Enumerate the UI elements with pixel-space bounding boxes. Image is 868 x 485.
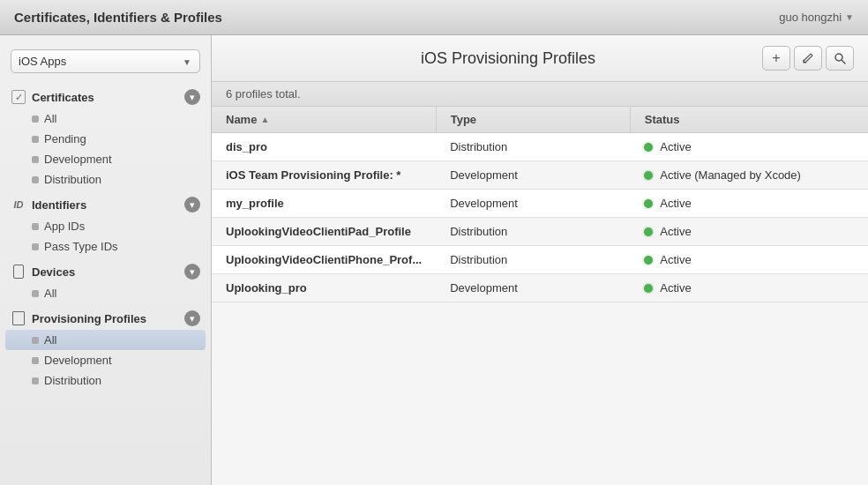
edit-profile-button[interactable] <box>794 46 822 71</box>
devices-collapse-btn[interactable]: ▾ <box>184 264 200 280</box>
status-active-icon <box>644 171 653 180</box>
devices-section: Devices ▾ All <box>0 258 211 303</box>
pp-dev-label: Development <box>44 354 112 367</box>
svg-line-1 <box>842 61 846 64</box>
cert-pending-dot-icon <box>32 136 39 143</box>
column-header-type[interactable]: Type <box>436 107 630 133</box>
cert-dev-dot-icon <box>32 156 39 163</box>
certificates-section: ✓ Certificates ▾ All Pending Development… <box>0 84 211 190</box>
status-text: Active (Managed by Xcode) <box>660 168 801 182</box>
status-text: Active <box>660 281 691 295</box>
add-profile-button[interactable]: + <box>762 46 790 71</box>
sidebar-item-pp-all[interactable]: All <box>5 330 206 350</box>
provisioning-profiles-icon <box>11 310 26 326</box>
device-all-dot-icon <box>32 290 39 297</box>
cell-type: Development <box>436 274 630 302</box>
status-active-icon <box>644 143 653 152</box>
identifiers-collapse-btn[interactable]: ▾ <box>184 197 200 213</box>
sidebar-item-cert-distribution[interactable]: Distribution <box>0 169 211 190</box>
profiles-data-table: Name ▲ Type Status dis_proDistributionA <box>212 107 868 302</box>
identifiers-section: ID Identifiers ▾ App IDs Pass Type IDs <box>0 191 211 257</box>
table-row[interactable]: UplookingVideoClientiPad_ProfileDistribu… <box>212 218 868 246</box>
cell-type: Development <box>436 190 630 218</box>
table-row[interactable]: iOS Team Provisioning Profile: *Developm… <box>212 161 868 190</box>
svg-point-0 <box>835 54 842 61</box>
certificates-collapse-btn[interactable]: ▾ <box>184 89 200 105</box>
content-area: iOS Provisioning Profiles + 6 profiles t… <box>212 35 868 485</box>
status-text: Active <box>660 225 691 238</box>
edit-icon <box>802 52 814 64</box>
user-menu[interactable]: guo hongzhi ▼ <box>779 11 854 24</box>
cert-all-dot-icon <box>32 116 39 123</box>
sidebar-item-pp-distribution[interactable]: Distribution <box>0 370 211 391</box>
column-type-label: Type <box>451 113 476 126</box>
status-active-icon <box>644 199 653 208</box>
sidebar-item-cert-pending[interactable]: Pending <box>0 129 211 149</box>
column-status-label: Status <box>645 113 680 126</box>
sidebar-item-cert-all[interactable]: All <box>0 108 211 129</box>
cell-status: Active <box>630 190 868 218</box>
identifiers-icon: ID <box>11 197 26 213</box>
provisioning-profiles-collapse-btn[interactable]: ▾ <box>184 310 200 326</box>
sidebar-item-appids[interactable]: App IDs <box>0 216 211 236</box>
cell-name: my_profile <box>212 190 436 218</box>
certificates-label: Certificates <box>32 91 179 104</box>
top-bar: Certificates, Identifiers & Profiles guo… <box>0 0 868 35</box>
provisioning-profiles-section: Provisioning Profiles ▾ All Development … <box>0 305 211 391</box>
status-active-icon <box>644 256 653 265</box>
content-header: iOS Provisioning Profiles + <box>212 35 868 82</box>
cell-name: UplookingVideoClientiPad_Profile <box>212 218 436 246</box>
devices-section-header: Devices ▾ <box>0 258 211 283</box>
platform-dropdown-wrapper[interactable]: iOS Apps Mac Apps tvOS Apps <box>11 49 200 73</box>
identifiers-section-header: ID Identifiers ▾ <box>0 191 211 216</box>
column-header-name[interactable]: Name ▲ <box>212 107 436 133</box>
search-button[interactable] <box>826 46 854 71</box>
appids-dot-icon <box>32 223 39 230</box>
sort-ascending-icon: ▲ <box>260 115 269 124</box>
user-chevron-icon: ▼ <box>845 12 854 22</box>
table-row[interactable]: my_profileDevelopmentActive <box>212 190 868 218</box>
cell-name: Uplooking_pro <box>212 274 436 302</box>
devices-label: Devices <box>32 265 179 279</box>
pp-all-label: All <box>44 333 56 347</box>
cert-pending-label: Pending <box>44 132 86 146</box>
cell-type: Development <box>436 161 630 190</box>
profiles-table: Name ▲ Type Status dis_proDistributionA <box>212 107 868 485</box>
sidebar-item-device-all[interactable]: All <box>0 283 211 303</box>
pp-dist-dot-icon <box>32 377 39 384</box>
cert-dist-label: Distribution <box>44 173 101 186</box>
provisioning-profiles-section-header: Provisioning Profiles ▾ <box>0 305 211 330</box>
cert-all-label: All <box>44 112 56 125</box>
cell-status: Active <box>630 133 868 161</box>
pp-dev-dot-icon <box>32 357 39 364</box>
pp-dist-label: Distribution <box>44 374 101 387</box>
status-active-icon <box>644 284 653 293</box>
cell-name: iOS Team Provisioning Profile: * <box>212 161 436 190</box>
cell-type: Distribution <box>436 246 630 274</box>
cell-type: Distribution <box>436 133 630 161</box>
table-row[interactable]: Uplooking_proDevelopmentActive <box>212 274 868 302</box>
status-text: Active <box>660 253 691 266</box>
sidebar-item-cert-development[interactable]: Development <box>0 149 211 169</box>
cell-name: UplookingVideoClientiPhone_Prof... <box>212 246 436 274</box>
passtypeids-dot-icon <box>32 243 39 250</box>
device-all-label: All <box>44 287 56 300</box>
cell-type: Distribution <box>436 218 630 246</box>
cell-name: dis_pro <box>212 133 436 161</box>
sidebar-item-pp-development[interactable]: Development <box>0 350 211 370</box>
content-subheader: 6 profiles total. <box>212 82 868 107</box>
content-title: iOS Provisioning Profiles <box>254 49 762 68</box>
profiles-total-label: 6 profiles total. <box>226 87 301 101</box>
content-actions: + <box>762 46 854 71</box>
table-row[interactable]: dis_proDistributionActive <box>212 133 868 161</box>
certificates-section-header: ✓ Certificates ▾ <box>0 84 211 108</box>
table-row[interactable]: UplookingVideoClientiPhone_Prof...Distri… <box>212 246 868 274</box>
column-header-status[interactable]: Status <box>630 107 868 133</box>
search-icon <box>834 52 846 64</box>
status-text: Active <box>660 140 691 153</box>
platform-dropdown[interactable]: iOS Apps Mac Apps tvOS Apps <box>11 49 200 73</box>
sidebar-item-passtypeids[interactable]: Pass Type IDs <box>0 236 211 257</box>
devices-icon <box>11 264 26 280</box>
passtypeids-label: Pass Type IDs <box>44 240 118 253</box>
app-title: Certificates, Identifiers & Profiles <box>14 10 222 25</box>
